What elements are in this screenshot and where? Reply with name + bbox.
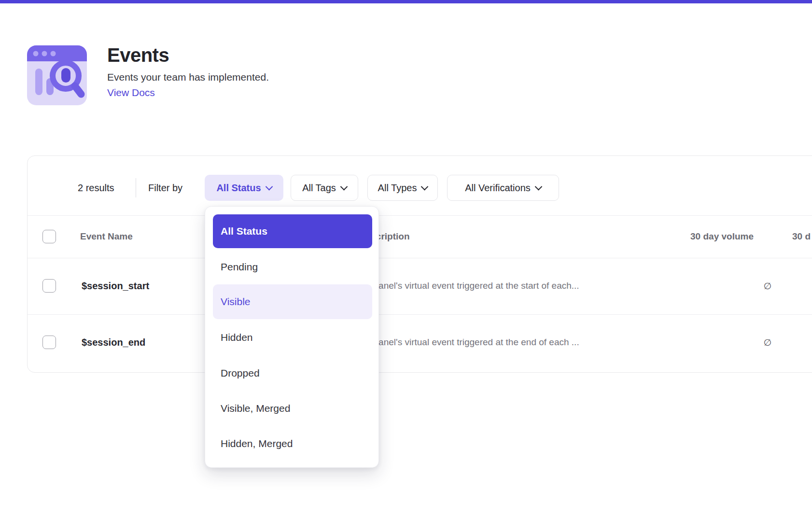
row-checkbox[interactable]	[42, 279, 56, 293]
chevron-down-icon	[535, 182, 543, 190]
event-description: Mixpanel's virtual event triggered at th…	[359, 281, 579, 291]
dropdown-item-pending[interactable]: Pending	[213, 250, 372, 284]
chevron-down-icon	[265, 182, 273, 190]
column-header-event-name: Event Name	[80, 231, 133, 242]
select-all-checkbox[interactable]	[42, 230, 56, 243]
table-header-row: Event Name Description 30 day volume 30 …	[28, 215, 812, 258]
column-header-30-day-partial: 30 d	[792, 231, 811, 242]
table-row-session-end[interactable]: $session_end Mixpanel's virtual event tr…	[28, 314, 812, 371]
event-name: $session_start	[82, 281, 149, 292]
tags-filter-button[interactable]: All Tags	[291, 175, 358, 201]
types-filter-button[interactable]: All Types	[367, 175, 438, 201]
event-name: $session_end	[82, 337, 145, 348]
events-table-card: 2 results Filter by /* vcenter applied b…	[27, 155, 812, 373]
chevron-down-icon	[340, 182, 348, 190]
status-filter-dropdown: All Status Pending Visible Hidden Droppe…	[205, 206, 379, 468]
dropdown-item-visible-merged[interactable]: Visible, Merged	[213, 392, 372, 425]
top-accent-bar	[0, 0, 812, 3]
tags-filter-label: All Tags	[302, 182, 336, 194]
dropdown-item-hidden[interactable]: Hidden	[213, 321, 372, 354]
events-analytics-icon	[27, 45, 87, 105]
toolbar-divider	[136, 178, 136, 197]
filter-by-label: Filter by	[148, 182, 182, 194]
chevron-down-icon	[421, 182, 429, 190]
view-docs-link[interactable]: View Docs	[107, 87, 155, 98]
dropdown-item-dropped[interactable]: Dropped	[213, 356, 372, 390]
event-30-day-volume: ∅	[559, 281, 771, 292]
dropdown-item-all-status[interactable]: All Status	[213, 214, 372, 248]
results-count: 2 results	[78, 182, 114, 194]
status-filter-label: All Status	[216, 182, 261, 194]
verifications-filter-label: All Verifications	[465, 182, 531, 194]
dropdown-item-hidden-merged[interactable]: Hidden, Merged	[213, 427, 372, 461]
status-filter-button[interactable]: All Status	[205, 175, 283, 201]
event-description: Mixpanel's virtual event triggered at th…	[359, 337, 579, 348]
dropdown-item-visible[interactable]: Visible	[213, 284, 372, 319]
table-row-session-start[interactable]: $session_start Mixpanel's virtual event …	[28, 258, 812, 314]
verifications-filter-button[interactable]: All Verifications	[447, 175, 559, 201]
column-header-30-day-volume: 30 day volume	[559, 231, 754, 242]
types-filter-label: All Types	[378, 182, 417, 194]
row-checkbox[interactable]	[42, 336, 56, 349]
event-30-day-volume: ∅	[559, 337, 771, 348]
page-subtitle: Events your team has implemented.	[107, 71, 269, 83]
page-title: Events	[107, 44, 169, 66]
